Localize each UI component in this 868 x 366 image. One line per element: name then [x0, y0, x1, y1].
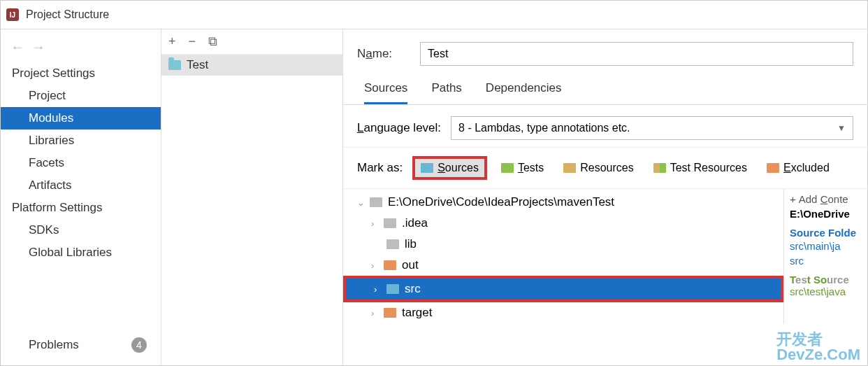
module-folder-icon	[168, 60, 181, 70]
mark-excluded-label: Excluded	[783, 162, 830, 174]
tree-label: lib	[405, 237, 417, 251]
add-module-button[interactable]: +	[168, 34, 176, 49]
tree-label: out	[402, 258, 419, 272]
source-folder-link[interactable]: src\main\ja	[790, 240, 862, 252]
tree-row-src-highlight: › src	[343, 276, 783, 302]
expand-icon[interactable]: ›	[371, 218, 384, 229]
folder-icon	[386, 284, 399, 294]
test-folder-link[interactable]: src\test\java	[790, 286, 862, 297]
sidebar-item-libraries[interactable]: Libraries	[1, 129, 161, 152]
back-arrow-icon[interactable]: ←	[10, 39, 24, 55]
tree-label: .idea	[402, 216, 428, 230]
mark-sources-button[interactable]: Sources	[415, 159, 484, 177]
sidebar-item-sdks[interactable]: SDKs	[1, 219, 161, 241]
tab-dependencies[interactable]: Dependencies	[486, 81, 562, 104]
mark-sources-label: Sources	[437, 162, 479, 174]
folder-icon	[386, 239, 399, 249]
mark-excluded-button[interactable]: Excluded	[761, 159, 835, 177]
forward-arrow-icon[interactable]: →	[31, 39, 45, 55]
name-label: Name:	[357, 47, 420, 61]
folder-icon	[370, 197, 382, 207]
remove-module-button[interactable]: −	[189, 34, 196, 49]
watermark: 开发者 DevZe.CoM	[776, 332, 860, 363]
tree-label: target	[402, 306, 432, 320]
tree-row-idea[interactable]: › .idea	[343, 213, 783, 234]
sources-highlight: Sources	[412, 156, 487, 180]
test-resources-folder-icon	[653, 163, 666, 173]
language-level-value: 8 - Lambdas, type annotations etc.	[458, 122, 630, 134]
test-folders-header: Test Source	[790, 274, 862, 286]
mark-as-row: Mark as: Sources Tests Resources Test Re…	[343, 148, 867, 189]
tree-label: src	[405, 282, 421, 296]
platform-settings-header: Platform Settings	[1, 197, 161, 219]
tests-folder-icon	[501, 163, 514, 173]
tree-row-lib[interactable]: lib	[343, 234, 783, 255]
sources-folder-icon	[421, 163, 433, 173]
module-name-input[interactable]	[420, 42, 853, 66]
tree-wrap: ⌄ E:\OneDrive\Code\IdeaProjects\mavenTes…	[343, 189, 867, 323]
mark-test-resources-label: Test Resources	[670, 162, 747, 174]
module-list-item[interactable]: Test	[161, 55, 342, 76]
sidebar-item-project[interactable]: Project	[1, 85, 161, 107]
expand-icon[interactable]: ⌄	[357, 197, 370, 208]
content-root-tree: ⌄ E:\OneDrive\Code\IdeaProjects\mavenTes…	[343, 189, 783, 323]
tree-root-label: E:\OneDrive\Code\IdeaProjects\mavenTest	[388, 195, 614, 209]
sidebar-item-facets[interactable]: Facets	[1, 152, 161, 174]
resources-folder-icon	[563, 163, 576, 173]
plus-icon: +	[790, 193, 796, 205]
sidebar-item-modules[interactable]: Modules	[1, 107, 161, 129]
source-folder-link[interactable]: src	[790, 255, 862, 267]
mark-tests-button[interactable]: Tests	[496, 159, 549, 177]
mark-tests-label: Tests	[518, 162, 544, 174]
app-icon: IJ	[6, 8, 19, 21]
source-folders-header: Source Folde	[790, 227, 862, 239]
language-level-select[interactable]: 8 - Lambdas, type annotations etc. ▼	[451, 116, 853, 140]
modules-panel: + − ⧉ Test	[161, 29, 343, 365]
tab-sources[interactable]: Sources	[364, 81, 407, 104]
module-name: Test	[187, 58, 208, 72]
sidebar-item-problems[interactable]: Problems 4	[1, 330, 161, 360]
content-roots-panel: + Add Conte E:\OneDrive Source Folde src…	[783, 189, 867, 323]
project-settings-header: Project Settings	[1, 62, 161, 85]
folder-icon	[384, 308, 396, 318]
details-panel: Name: Sources Paths Dependencies Languag…	[343, 29, 867, 365]
module-tabs: Sources Paths Dependencies	[343, 71, 867, 105]
sidebar-item-artifacts[interactable]: Artifacts	[1, 174, 161, 197]
excluded-folder-icon	[767, 163, 779, 173]
tree-row-src[interactable]: › src	[346, 279, 781, 300]
language-level-label: Language level:	[357, 121, 441, 135]
expand-icon[interactable]: ›	[374, 284, 386, 295]
folder-icon	[384, 260, 396, 270]
tree-row-target[interactable]: › target	[343, 302, 783, 323]
mark-test-resources-button[interactable]: Test Resources	[648, 159, 753, 177]
nav-arrows: ← →	[1, 35, 161, 62]
chevron-down-icon: ▼	[837, 123, 846, 133]
folder-icon	[384, 218, 396, 228]
main-area: ← → Project Settings Project Modules Lib…	[1, 29, 867, 365]
name-field-row: Name:	[343, 36, 867, 71]
mark-resources-label: Resources	[580, 162, 633, 174]
content-root-path: E:\OneDrive	[790, 208, 862, 220]
language-level-row: Language level: 8 - Lambdas, type annota…	[343, 105, 867, 148]
titlebar: IJ Project Structure	[1, 1, 867, 29]
tree-root-row[interactable]: ⌄ E:\OneDrive\Code\IdeaProjects\mavenTes…	[343, 192, 783, 213]
mark-resources-button[interactable]: Resources	[558, 159, 639, 177]
add-content-root-button[interactable]: + Add Conte	[790, 193, 862, 205]
problems-count-badge: 4	[131, 337, 147, 353]
sidebar: ← → Project Settings Project Modules Lib…	[1, 29, 161, 365]
window-title: Project Structure	[26, 8, 109, 21]
tree-row-out[interactable]: › out	[343, 255, 783, 276]
problems-label: Problems	[29, 338, 79, 352]
copy-module-button[interactable]: ⧉	[208, 34, 217, 49]
mark-as-label: Mark as:	[357, 161, 403, 175]
expand-icon[interactable]: ›	[371, 260, 384, 271]
tab-paths[interactable]: Paths	[431, 81, 461, 104]
sidebar-item-global-libraries[interactable]: Global Libraries	[1, 241, 161, 264]
modules-toolbar: + − ⧉	[161, 29, 342, 55]
expand-icon[interactable]: ›	[371, 308, 384, 318]
